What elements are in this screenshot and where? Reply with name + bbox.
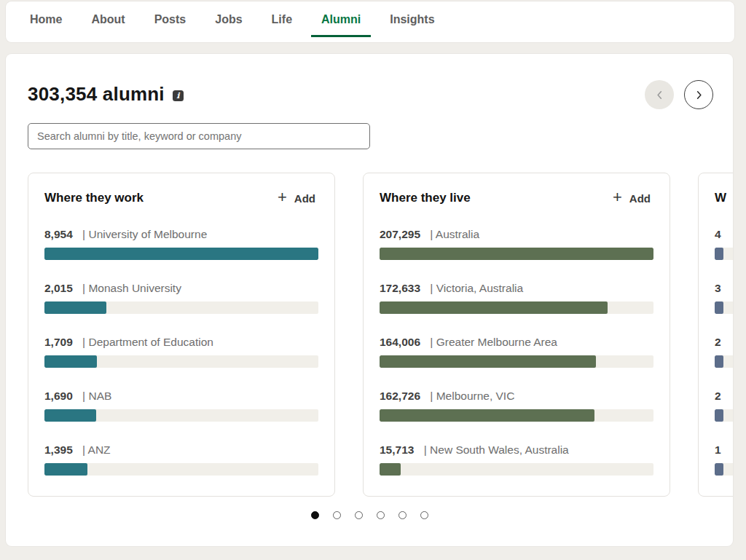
bar-label: | NAB: [82, 390, 111, 402]
bar-label: | Australia: [430, 228, 479, 240]
bar-fill: [44, 355, 97, 368]
bar-row: 1,395 | ANZ: [44, 443, 318, 476]
bar-row: 2: [715, 335, 733, 368]
info-icon[interactable]: i: [173, 90, 184, 101]
bar-track: [380, 301, 653, 314]
chart-card-title: W: [715, 191, 726, 205]
bar-track: [715, 355, 733, 368]
bar-value: 1,395: [44, 443, 73, 456]
bar-label-line: 3: [715, 281, 733, 295]
pagination-dot-3[interactable]: [355, 511, 363, 519]
page-tabs: Home About Posts Jobs Life Alumni Insigh…: [6, 1, 734, 42]
pagination-dot-2[interactable]: [333, 511, 341, 519]
bar-fill: [380, 301, 608, 314]
tab-jobs[interactable]: Jobs: [205, 1, 252, 37]
carousel-nav-buttons: [645, 80, 713, 109]
bar-value: 1: [715, 443, 721, 456]
pagination-dot-6[interactable]: [420, 511, 428, 519]
bar-value: 1,709: [44, 336, 73, 348]
bar-fill: [44, 301, 106, 314]
tab-label: Posts: [154, 13, 186, 25]
bar-track: [44, 409, 318, 422]
bar-label: | University of Melbourne: [82, 228, 207, 240]
next-button[interactable]: [684, 80, 713, 109]
bar-track: [44, 463, 318, 476]
tab-label: Insights: [390, 13, 434, 25]
bar-label-line: 1,690 | NAB: [44, 389, 318, 403]
bar-row: 2,015 | Monash University: [44, 281, 318, 314]
alumni-panel: 303,354 alumni i Where they work + Add 8…: [6, 54, 733, 546]
pagination-dots: [6, 511, 733, 519]
bar-label-line: 15,713 | New South Wales, Australia: [380, 443, 653, 457]
tab-about[interactable]: About: [81, 1, 135, 37]
chart-card-header: Where they live + Add: [380, 191, 653, 205]
tab-label: About: [91, 13, 125, 25]
add-button-label: Add: [629, 192, 651, 205]
bar-label: | ANZ: [82, 443, 110, 456]
bar-track: [380, 409, 653, 422]
bar-label-line: 1,395 | ANZ: [44, 443, 318, 457]
bar-row: 172,633 | Victoria, Australia: [380, 281, 653, 314]
tab-label: Alumni: [321, 13, 361, 25]
bar-row: 162,726 | Melbourne, VIC: [380, 389, 653, 422]
plus-icon: +: [613, 192, 622, 202]
bar-value: 4: [715, 228, 721, 240]
pagination-dot-1[interactable]: [311, 511, 319, 519]
bar-fill: [44, 409, 96, 422]
bar-label: | Victoria, Australia: [430, 282, 523, 294]
bar-track: [715, 248, 733, 260]
bar-value: 2: [715, 390, 721, 402]
tab-life[interactable]: Life: [262, 1, 302, 37]
tab-home[interactable]: Home: [20, 1, 72, 37]
tab-posts[interactable]: Posts: [144, 1, 197, 37]
bar-label: | Greater Melbourne Area: [430, 336, 557, 348]
chart-card-header: W: [715, 191, 733, 205]
chart-card-header: Where they work + Add: [44, 191, 318, 205]
bar-value: 172,633: [380, 282, 420, 294]
bar-label: | New South Wales, Australia: [424, 443, 569, 456]
add-button-label: Add: [294, 192, 315, 205]
bar-fill: [380, 463, 401, 476]
chart-card-title: Where they work: [44, 191, 144, 205]
bar-fill: [715, 355, 723, 368]
search-input[interactable]: [28, 123, 370, 149]
tab-label: Life: [272, 13, 292, 25]
bar-label-line: 4: [715, 227, 733, 241]
tab-insights[interactable]: Insights: [380, 1, 444, 37]
bar-row: 1,709 | Department of Education: [44, 335, 318, 368]
pagination-dot-5[interactable]: [398, 511, 407, 519]
tab-alumni[interactable]: Alumni: [311, 1, 371, 37]
bar-value: 8,954: [44, 228, 73, 240]
bar-row: 8,954 | University of Melbourne: [44, 227, 318, 260]
bar-track: [715, 463, 733, 476]
tab-label: Jobs: [215, 13, 242, 25]
bar-track: [44, 355, 318, 368]
bar-track: [44, 248, 318, 260]
pagination-dot-4[interactable]: [377, 511, 385, 519]
chevron-left-icon: [654, 90, 665, 100]
charts-carousel: Where they work + Add 8,954 | University…: [28, 173, 733, 497]
chevron-right-icon: [694, 90, 704, 100]
bar-row: 2: [715, 389, 733, 422]
bar-value: 2: [715, 336, 721, 348]
bar-label-line: 207,295 | Australia: [380, 227, 653, 241]
bar-track: [380, 355, 653, 368]
bar-track: [44, 301, 318, 314]
bar-track: [380, 463, 653, 476]
bar-row: 1,690 | NAB: [44, 389, 318, 422]
bar-fill: [715, 248, 723, 260]
bar-fill: [44, 248, 318, 260]
page-nav-card: Home About Posts Jobs Life Alumni Insigh…: [6, 1, 734, 42]
bar-fill: [380, 355, 596, 368]
bar-value: 162,726: [380, 390, 420, 402]
add-button[interactable]: + Add: [278, 192, 318, 205]
title-row: 303,354 alumni i: [28, 83, 184, 106]
bar-label-line: 2: [715, 335, 733, 349]
bar-label-line: 2,015 | Monash University: [44, 281, 318, 295]
bar-label-line: 164,006 | Greater Melbourne Area: [380, 335, 653, 349]
chart-card: Where they work + Add 8,954 | University…: [28, 173, 335, 497]
bar-fill: [715, 463, 723, 476]
prev-button[interactable]: [645, 80, 674, 109]
add-button[interactable]: + Add: [613, 192, 653, 205]
bar-row: 1: [715, 443, 733, 476]
